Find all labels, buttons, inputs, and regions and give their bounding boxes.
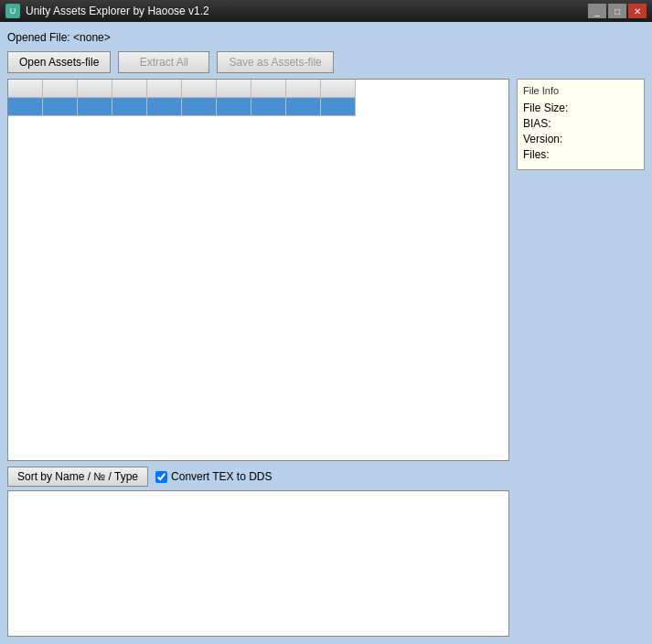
sort-button[interactable]: Sort by Name / № / Type <box>7 467 148 487</box>
open-assets-button[interactable]: Open Assets-file <box>7 51 111 73</box>
file-info-title: File Info <box>523 85 638 96</box>
opened-file-label: Opened File: <box>7 31 70 44</box>
column-headers-row <box>8 80 508 98</box>
version-label: Version: <box>523 133 638 145</box>
sel-cell-8 <box>286 98 321 116</box>
sel-cell-5 <box>182 98 217 116</box>
save-assets-button[interactable]: Save as Assets-file <box>217 51 333 73</box>
asset-list-container <box>7 79 509 461</box>
convert-checkbox[interactable] <box>155 471 167 483</box>
sel-cell-9 <box>321 98 356 116</box>
window-body: Opened File: <none> Open Assets-file Ext… <box>0 22 652 644</box>
right-panel: File Info File Size: BIAS: Version: File… <box>517 79 645 637</box>
selected-row <box>8 98 508 116</box>
col-header-4 <box>147 80 182 98</box>
close-button[interactable]: ✕ <box>628 4 647 18</box>
log-area[interactable] <box>7 490 509 637</box>
opened-file-value: <none> <box>73 31 111 44</box>
col-header-6 <box>217 80 251 98</box>
opened-file-row: Opened File: <none> <box>7 29 645 46</box>
sel-cell-3 <box>112 98 147 116</box>
main-content: Sort by Name / № / Type Convert TEX to D… <box>7 79 645 637</box>
sel-cell-2 <box>78 98 112 116</box>
app-icon: U <box>5 4 20 18</box>
col-header-5 <box>182 80 217 98</box>
convert-checkbox-label[interactable]: Convert TEX to DDS <box>155 470 272 483</box>
col-header-7 <box>251 80 286 98</box>
col-header-9 <box>321 80 356 98</box>
col-header-3 <box>112 80 147 98</box>
col-header-1 <box>43 80 78 98</box>
extract-all-button[interactable]: Extract All <box>118 51 209 73</box>
bias-label: BIAS: <box>523 117 638 130</box>
title-bar: U Unity Assets Explorer by Haoose v1.2 _… <box>0 0 652 22</box>
sort-bar: Sort by Name / № / Type Convert TEX to D… <box>7 467 509 487</box>
title-bar-text: Unity Assets Explorer by Haoose v1.2 <box>26 5 588 17</box>
files-label: Files: <box>523 148 638 161</box>
col-header-0 <box>8 80 43 98</box>
file-size-label: File Size: <box>523 102 638 114</box>
minimize-button[interactable]: _ <box>588 4 606 18</box>
toolbar-row: Open Assets-file Extract All Save as Ass… <box>7 51 645 73</box>
maximize-button[interactable]: □ <box>608 4 626 18</box>
title-bar-buttons: _ □ ✕ <box>588 4 647 18</box>
asset-list-body[interactable] <box>8 116 508 460</box>
sel-cell-0 <box>8 98 43 116</box>
sel-cell-4 <box>147 98 182 116</box>
sel-cell-1 <box>43 98 78 116</box>
left-panel: Sort by Name / № / Type Convert TEX to D… <box>7 79 509 637</box>
sel-cell-7 <box>251 98 286 116</box>
sel-cell-6 <box>217 98 251 116</box>
file-info-box: File Info File Size: BIAS: Version: File… <box>517 79 645 170</box>
convert-label-text: Convert TEX to DDS <box>171 470 272 483</box>
col-header-8 <box>286 80 321 98</box>
col-header-2 <box>78 80 112 98</box>
